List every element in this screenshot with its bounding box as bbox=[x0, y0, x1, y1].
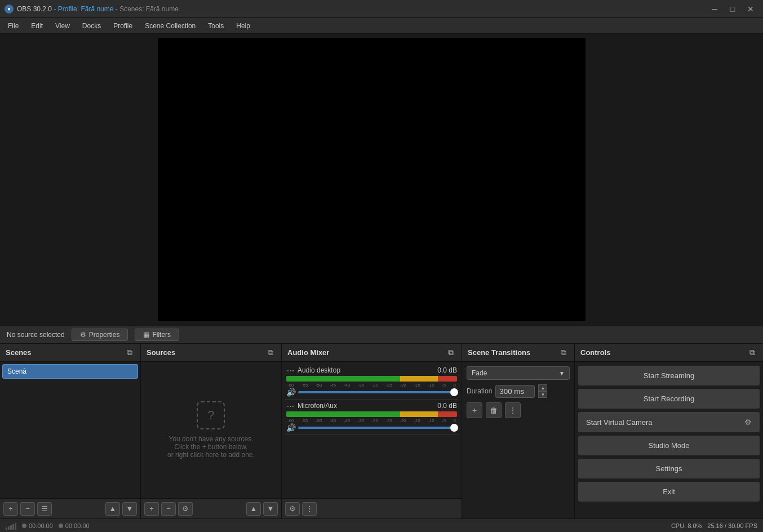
controls-panel-detach-button[interactable]: ⧉ bbox=[747, 347, 757, 358]
sources-panel-body[interactable]: ? You don't have any sources. Click the … bbox=[141, 362, 281, 498]
studio-mode-button[interactable]: Studio Mode bbox=[578, 436, 760, 455]
sources-panel-footer: + − ⚙ ▲ ▼ bbox=[141, 498, 281, 518]
add-transition-button[interactable]: + bbox=[467, 402, 482, 418]
transition-menu-button[interactable]: ⋮ bbox=[505, 402, 521, 418]
properties-button[interactable]: ⚙ Properties bbox=[72, 329, 128, 341]
track-mic-meter-labels: -60 -55 -50 -45 -40 -35 -30 -25 -20 -15 … bbox=[286, 418, 457, 423]
question-icon: ? bbox=[197, 401, 225, 429]
mute-icon-mic[interactable]: 🔊 bbox=[286, 423, 296, 432]
settings-button[interactable]: Settings bbox=[578, 459, 760, 478]
sources-empty-line2: Click the + button below, bbox=[174, 443, 247, 451]
track-desktop-menu-button[interactable]: ⋮ bbox=[286, 367, 295, 374]
brand-name: OBS 30.2.0 bbox=[17, 5, 52, 13]
transition-dropdown[interactable]: Fade ▼ bbox=[467, 366, 570, 380]
recording-status-dot bbox=[59, 524, 63, 528]
transitions-panel-body: Fade ▼ Duration ▲ ▼ + 🗑 ⋮ bbox=[462, 362, 574, 518]
maximize-button[interactable]: □ bbox=[725, 3, 740, 15]
menu-profile[interactable]: Profile bbox=[108, 20, 138, 32]
scene-props-button[interactable]: ☰ bbox=[37, 502, 52, 516]
exit-button[interactable]: Exit bbox=[578, 482, 760, 502]
remove-transition-button[interactable]: 🗑 bbox=[486, 402, 502, 418]
transitions-panel-title: Scene Transitions bbox=[468, 348, 530, 357]
preview-right-bar bbox=[585, 34, 763, 326]
audio-track-mic: ⋮ Microfon/Aux 0.0 dB -60 -55 -50 bbox=[285, 400, 458, 435]
volume-thumb-desktop[interactable] bbox=[450, 388, 458, 396]
menu-tools[interactable]: Tools bbox=[202, 20, 229, 32]
remove-source-button[interactable]: − bbox=[161, 502, 176, 516]
start-streaming-button[interactable]: Start Streaming bbox=[578, 366, 760, 385]
level-yellow-section bbox=[400, 376, 438, 382]
volume-thumb-mic[interactable] bbox=[450, 424, 458, 432]
mute-icon-desktop[interactable]: 🔊 bbox=[286, 388, 296, 397]
audio-settings-button[interactable]: ⚙ bbox=[285, 502, 300, 516]
scenes-panel-body: Scenă bbox=[0, 362, 140, 498]
streaming-dot: 00:00:00 bbox=[22, 522, 53, 529]
duration-down-button[interactable]: ▼ bbox=[538, 391, 547, 398]
close-button[interactable]: ✕ bbox=[743, 3, 758, 15]
duration-input[interactable] bbox=[495, 385, 535, 398]
recording-time: 00:00:00 bbox=[65, 522, 90, 529]
preview-area bbox=[0, 34, 763, 326]
duration-row: Duration ▲ ▼ bbox=[467, 384, 570, 398]
transition-actions: + 🗑 ⋮ bbox=[467, 402, 570, 418]
controls-panel-title: Controls bbox=[580, 348, 610, 357]
audio-track-desktop: ⋮ Audio desktop 0.0 dB -60 -55 -50 bbox=[285, 364, 458, 400]
audio-panel-header: Audio Mixer ⧉ bbox=[282, 344, 462, 362]
source-down-button[interactable]: ▼ bbox=[263, 502, 278, 516]
virtual-camera-gear-icon[interactable]: ⚙ bbox=[744, 418, 752, 427]
sources-panel-detach-button[interactable]: ⧉ bbox=[265, 347, 276, 358]
scene-down-button[interactable]: ▼ bbox=[122, 502, 137, 516]
menu-view[interactable]: View bbox=[50, 20, 76, 32]
controls-panel: Controls ⧉ Start Streaming Start Recordi… bbox=[575, 344, 763, 518]
scenes-panel-title: Scenes bbox=[6, 348, 32, 357]
start-virtual-camera-button[interactable]: Start Virtual Camera ⚙ bbox=[578, 412, 760, 432]
track-mic-menu-button[interactable]: ⋮ bbox=[286, 402, 295, 409]
menu-edit[interactable]: Edit bbox=[25, 20, 48, 32]
minimize-button[interactable]: ─ bbox=[707, 3, 722, 15]
add-source-button[interactable]: + bbox=[144, 502, 159, 516]
transition-value: Fade bbox=[472, 369, 557, 377]
track-desktop-meter-labels: -60 -55 -50 -45 -40 -35 -30 -25 -20 -15 … bbox=[286, 383, 457, 388]
scenes-panel-detach-button[interactable]: ⧉ bbox=[125, 347, 135, 358]
sources-panel-title: Sources bbox=[147, 348, 175, 357]
titlebar-left: ● OBS 30.2.0 - Profile: Fără nume - Scen… bbox=[5, 5, 179, 14]
cpu-text: CPU: 8.0% bbox=[671, 522, 702, 529]
menu-scene-collection[interactable]: Scene Collection bbox=[139, 20, 201, 32]
start-recording-button[interactable]: Start Recording bbox=[578, 389, 760, 409]
audio-menu-button[interactable]: ⋮ bbox=[302, 502, 317, 516]
remove-scene-button[interactable]: − bbox=[20, 502, 35, 516]
menu-docks[interactable]: Docks bbox=[77, 20, 107, 32]
duration-label: Duration bbox=[467, 387, 492, 395]
filters-button[interactable]: ▦ Filters bbox=[135, 329, 179, 341]
menubar: File Edit View Docks Profile Scene Colle… bbox=[0, 18, 763, 34]
no-source-text: No source selected bbox=[7, 331, 65, 339]
source-status-bar: No source selected ⚙ Properties ▦ Filter… bbox=[0, 326, 763, 344]
sources-panel: Sources ⧉ ? You don't have any sources. … bbox=[141, 344, 282, 518]
preview-left-bar bbox=[0, 34, 158, 326]
scene-item-scena[interactable]: Scenă bbox=[2, 364, 138, 379]
duration-up-button[interactable]: ▲ bbox=[538, 384, 547, 391]
source-up-button[interactable]: ▲ bbox=[246, 502, 261, 516]
audio-panel-title: Audio Mixer bbox=[287, 348, 329, 357]
filter-icon: ▦ bbox=[143, 331, 149, 339]
menu-file[interactable]: File bbox=[2, 20, 24, 32]
menu-help[interactable]: Help bbox=[230, 20, 256, 32]
controls-panel-body: Start Streaming Start Recording Start Vi… bbox=[575, 362, 763, 518]
sources-empty-line3: or right click here to add one. bbox=[167, 451, 255, 459]
track-mic-volume-slider[interactable] bbox=[298, 427, 457, 429]
track-desktop-volume-slider[interactable] bbox=[298, 391, 457, 393]
add-scene-button[interactable]: + bbox=[3, 502, 18, 516]
track-desktop-level-meter bbox=[286, 376, 457, 382]
transitions-panel-detach-button[interactable]: ⧉ bbox=[558, 347, 569, 358]
audio-mixer-panel: Audio Mixer ⧉ ⋮ Audio desktop 0.0 dB bbox=[282, 344, 462, 518]
audio-panel-detach-button[interactable]: ⧉ bbox=[446, 347, 456, 358]
track-desktop-volume-row: 🔊 bbox=[286, 388, 457, 397]
track-mic-db: 0.0 dB bbox=[437, 402, 457, 410]
duration-spin: ▲ ▼ bbox=[538, 384, 547, 398]
scene-up-button[interactable]: ▲ bbox=[105, 502, 120, 516]
level-meter-bar-mic bbox=[286, 411, 457, 417]
streaming-status-dot bbox=[22, 524, 26, 528]
chevron-down-icon: ▼ bbox=[559, 370, 565, 376]
source-props-button[interactable]: ⚙ bbox=[178, 502, 193, 516]
bottom-panels: Scenes ⧉ Scenă + − ☰ ▲ ▼ Sources ⧉ ? You… bbox=[0, 344, 763, 518]
